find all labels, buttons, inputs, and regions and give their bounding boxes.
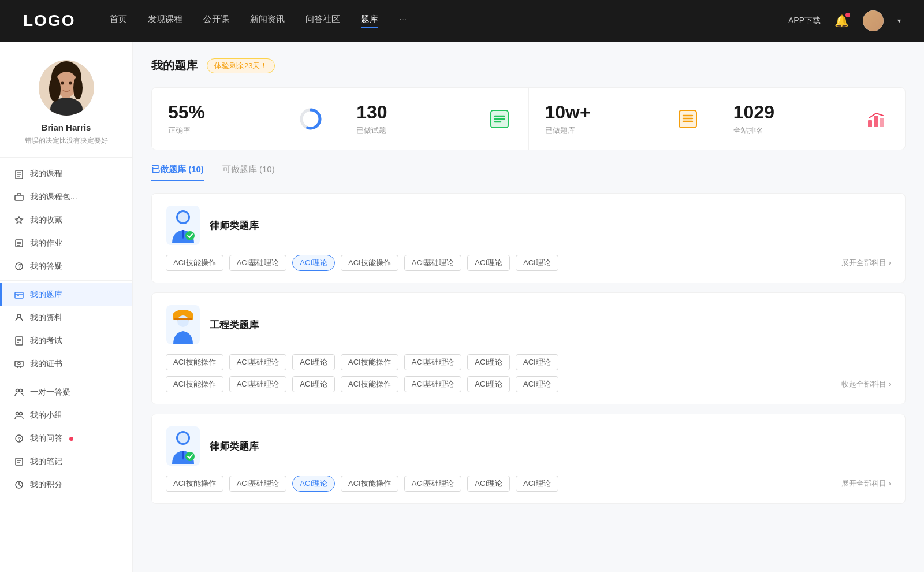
tag-2-5[interactable]: ACI基础理论 (404, 354, 462, 370)
tag-3-3[interactable]: ACI理论 (292, 476, 335, 492)
homework-icon (14, 238, 24, 248)
sidebar-item-points[interactable]: 我的积分 (0, 473, 132, 496)
bank-name-2: 工程类题库 (210, 318, 259, 332)
tag-2-10[interactable]: ACI理论 (292, 376, 335, 392)
user-avatar (39, 60, 94, 116)
tag-3-4[interactable]: ACI技能操作 (341, 476, 398, 492)
app-download-button[interactable]: APP下载 (788, 16, 821, 26)
svg-point-68 (177, 315, 189, 327)
svg-point-8 (69, 82, 72, 85)
favorites-icon (14, 215, 24, 225)
user-motto: 错误的决定比没有决定要好 (25, 136, 108, 146)
sidebar-item-notes[interactable]: 我的笔记 (0, 450, 132, 473)
svg-rect-57 (868, 120, 872, 127)
tag-3-6[interactable]: ACI理论 (467, 476, 510, 492)
sidebar-item-favorites[interactable]: 我的收藏 (0, 209, 132, 232)
sidebar-item-course[interactable]: 我的课程 (0, 162, 132, 185)
sidebar-item-profile[interactable]: 我的资料 (0, 306, 132, 329)
bank-tags-2-row2: ACI技能操作 ACI基础理论 ACI理论 ACI技能操作 ACI基础理论 AC… (166, 376, 891, 392)
sidebar-item-group[interactable]: 我的小组 (0, 404, 132, 427)
sidebar-item-bank[interactable]: 我的题库 (0, 283, 132, 306)
user-name: Brian Harris (42, 122, 91, 132)
sidebar-item-questions[interactable]: ? 我的答疑 (0, 255, 132, 278)
sidebar-label-package: 我的课程包... (30, 192, 77, 202)
svg-rect-13 (15, 195, 23, 200)
svg-rect-59 (880, 118, 884, 127)
sidebar-item-homework[interactable]: 我的作业 (0, 232, 132, 255)
tag-2-1[interactable]: ACI技能操作 (166, 354, 223, 370)
sidebar-item-one-on-one[interactable]: 一对一答疑 (0, 381, 132, 404)
nav-link-discover[interactable]: 发现课程 (148, 14, 182, 28)
tag-1-7[interactable]: ACI理论 (516, 255, 558, 271)
avatar-dropdown-arrow[interactable]: ▾ (897, 17, 901, 25)
accuracy-chart-icon (298, 106, 323, 132)
tag-2-14[interactable]: ACI理论 (516, 376, 558, 392)
tag-3-1[interactable]: ACI技能操作 (166, 476, 223, 492)
tag-1-5[interactable]: ACI基础理论 (404, 255, 462, 271)
svg-text:?: ? (18, 436, 21, 442)
tag-1-3[interactable]: ACI理论 (292, 255, 335, 271)
tag-2-13[interactable]: ACI理论 (467, 376, 510, 392)
sidebar-label-homework: 我的作业 (30, 238, 62, 248)
nav-link-qa[interactable]: 问答社区 (305, 14, 340, 28)
tag-2-6[interactable]: ACI理论 (467, 354, 510, 370)
svg-point-5 (49, 76, 61, 102)
bank-card-2-header: 工程类题库 (166, 304, 891, 345)
tag-3-2[interactable]: ACI基础理论 (229, 476, 287, 492)
tag-2-11[interactable]: ACI技能操作 (341, 376, 398, 392)
expand-link-1[interactable]: 展开全部科目 › (841, 258, 891, 268)
sidebar-item-exam[interactable]: 我的考试 (0, 329, 132, 352)
sidebar-label-favorites: 我的收藏 (30, 215, 62, 225)
tag-2-7[interactable]: ACI理论 (516, 354, 558, 370)
tag-1-1[interactable]: ACI技能操作 (166, 255, 223, 271)
tab-available-banks[interactable]: 可做题库 (10) (222, 164, 275, 181)
sidebar-label-bank: 我的题库 (30, 289, 62, 300)
tag-2-9[interactable]: ACI基础理论 (229, 376, 287, 392)
nav-link-home[interactable]: 首页 (110, 14, 127, 28)
sidebar-label-group: 我的小组 (30, 410, 62, 421)
nav-right: APP下载 🔔 ▾ (788, 10, 901, 31)
stat-ranking-text: 1029 全站排名 (733, 102, 854, 136)
tag-1-2[interactable]: ACI基础理论 (229, 255, 287, 271)
stat-accuracy-text: 55% 正确率 (168, 102, 289, 136)
tag-1-4[interactable]: ACI技能操作 (341, 255, 398, 271)
questions-icon: ? (14, 261, 24, 272)
sidebar-label-notes: 我的笔记 (30, 456, 62, 467)
nav-link-bank[interactable]: 题库 (361, 14, 378, 28)
tag-2-4[interactable]: ACI技能操作 (341, 354, 398, 370)
logo: LOGO (23, 12, 75, 30)
main-layout: Brian Harris 错误的决定比没有决定要好 我的课程 我的课程包... (0, 0, 924, 572)
menu-divider-1 (0, 280, 132, 281)
notification-bell[interactable]: 🔔 (834, 14, 849, 28)
tag-3-7[interactable]: ACI理论 (516, 476, 558, 492)
bank-card-3-header: 律师类题库 (166, 426, 891, 466)
exam-icon (14, 336, 24, 346)
svg-point-62 (178, 212, 188, 222)
tag-2-3[interactable]: ACI理论 (292, 354, 335, 370)
svg-point-72 (178, 433, 188, 443)
stat-accuracy-value: 55% (168, 102, 289, 123)
expand-link-3[interactable]: 展开全部科目 › (841, 478, 891, 489)
nav-link-news[interactable]: 新闻资讯 (250, 14, 285, 28)
tab-done-banks[interactable]: 已做题库 (10) (151, 164, 204, 181)
tag-2-2[interactable]: ACI基础理论 (229, 354, 287, 370)
bank-card-1: 律师类题库 ACI技能操作 ACI基础理论 ACI理论 ACI技能操作 ACI基… (151, 193, 906, 283)
sidebar-item-package[interactable]: 我的课程包... (0, 185, 132, 209)
collapse-link-2[interactable]: 收起全部科目 › (841, 379, 891, 389)
nav-link-more[interactable]: ··· (399, 14, 407, 28)
engineer-svg-2 (166, 305, 200, 344)
tag-2-12[interactable]: ACI基础理论 (404, 376, 462, 392)
svg-point-7 (61, 82, 64, 85)
sidebar-item-certificate[interactable]: 我的证书 (0, 352, 132, 376)
tag-3-5[interactable]: ACI基础理论 (404, 476, 462, 492)
sidebar-label-exam: 我的考试 (30, 336, 62, 346)
avatar[interactable] (863, 10, 884, 31)
sidebar-profile: Brian Harris 错误的决定比没有决定要好 (0, 42, 132, 158)
menu-divider-2 (0, 378, 132, 378)
stat-done-questions-text: 130 已做试题 (356, 102, 477, 136)
bank-list: 律师类题库 ACI技能操作 ACI基础理论 ACI理论 ACI技能操作 ACI基… (151, 193, 906, 504)
tag-2-8[interactable]: ACI技能操作 (166, 376, 223, 392)
tag-1-6[interactable]: ACI理论 (467, 255, 510, 271)
nav-link-open[interactable]: 公开课 (203, 14, 229, 28)
sidebar-item-my-qa[interactable]: ? 我的问答 (0, 427, 132, 450)
